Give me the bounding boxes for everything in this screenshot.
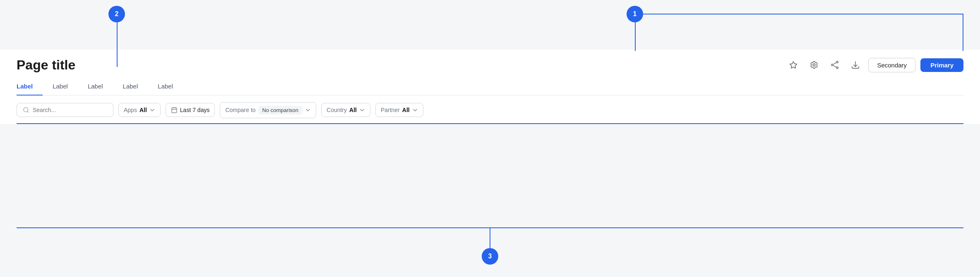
tab-3[interactable]: Label [113,78,148,96]
partner-filter-value: All [402,107,410,113]
compare-filter-label: Compare to [225,107,255,113]
star-button[interactable] [785,57,801,73]
tabs-row: Label Label Label Label Label [17,78,963,96]
compare-filter-value: No comparison [258,106,303,115]
filters-row: Apps All Last 7 days Compare to N [17,96,963,124]
connector-line-1-h [635,14,963,14]
country-filter-label: Country [327,107,347,113]
connector-line-3-v [490,228,490,248]
download-icon [851,60,860,69]
apps-filter-value: All [139,107,147,113]
compare-filter[interactable]: Compare to No comparison [220,102,316,118]
page-title: Page title [17,57,75,73]
header-actions: Secondary Primary [785,57,963,73]
badge-3: 3 [482,248,498,265]
star-icon [789,60,798,69]
search-input[interactable] [33,107,107,113]
country-filter[interactable]: Country All [321,103,370,117]
search-box[interactable] [17,103,113,117]
date-filter-label: Last 7 days [180,107,210,113]
main-content: Page title [0,50,980,124]
search-icon [23,107,29,113]
tab-2[interactable]: Label [78,78,113,96]
download-button[interactable] [848,57,863,73]
apps-filter[interactable]: Apps All [118,103,161,117]
partner-filter-label: Partner [381,107,400,113]
settings-button[interactable] [806,57,822,73]
connector-line-2-v [117,21,118,67]
country-chevron-icon [359,107,365,113]
tab-1[interactable]: Label [43,78,78,96]
secondary-button[interactable]: Secondary [868,58,915,72]
svg-rect-1 [172,108,177,113]
apps-filter-label: Apps [124,107,137,113]
apps-chevron-icon [149,107,155,113]
tab-4[interactable]: Label [148,78,183,96]
connector-line-1-v-right [963,14,963,51]
share-icon [830,60,839,69]
date-filter[interactable]: Last 7 days [166,103,215,117]
partner-chevron-icon [412,107,418,113]
primary-button[interactable]: Primary [920,58,963,72]
badge-2: 2 [108,6,125,22]
header-row: Page title [17,50,963,78]
compare-chevron-icon [305,107,311,113]
share-button[interactable] [827,57,843,73]
badge-1: 1 [627,6,643,22]
country-filter-value: All [349,107,357,113]
calendar-icon [171,107,178,113]
tab-0[interactable]: Label [17,78,43,96]
partner-filter[interactable]: Partner All [375,103,423,117]
page-wrapper: 1 2 Page title [0,0,980,277]
top-bar [0,0,980,50]
gear-icon [809,60,819,69]
